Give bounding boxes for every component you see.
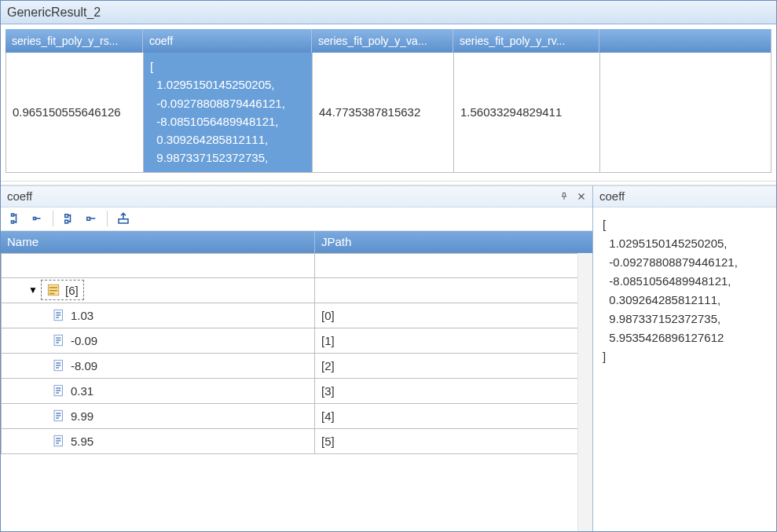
- col-coeff[interactable]: coeff: [143, 29, 312, 53]
- tree-item-row[interactable]: 5.95[5]: [1, 429, 592, 454]
- collapse-all-icon[interactable]: [29, 211, 45, 226]
- tree-item-value: 1.03: [71, 309, 93, 322]
- result-grid-header: series_fit_poly_y_rs... coeff series_fit…: [5, 29, 772, 53]
- expand-toggle-icon[interactable]: ▼: [28, 284, 38, 295]
- tree-header-jpath[interactable]: JPath: [315, 231, 592, 253]
- toolbar-separator-2: [107, 211, 108, 226]
- cell-empty: [600, 53, 771, 172]
- col-series-fit-va[interactable]: series_fit_poly_y_va...: [312, 29, 453, 53]
- cell-coeff-text: [ 1.0295150145250205, -0.092788088794461…: [150, 57, 285, 167]
- tree-root-label: [6]: [65, 284, 79, 297]
- right-panel-title: coeff: [599, 189, 625, 203]
- pin-icon[interactable]: [558, 190, 570, 203]
- tree-item-row[interactable]: -0.09[1]: [1, 328, 592, 354]
- tree-item-value: 0.31: [71, 384, 93, 398]
- cell-va-value[interactable]: 44.7735387815632: [313, 53, 454, 172]
- export-icon[interactable]: [115, 211, 131, 226]
- detail-raw-text[interactable]: [ 1.0295150145250205, -0.092788088794461…: [593, 207, 776, 532]
- tree-item-jpath: [0]: [321, 309, 335, 322]
- tree-item-row[interactable]: 9.99[4]: [1, 404, 592, 429]
- cell-rs-value[interactable]: 0.965150555646126: [6, 53, 144, 172]
- toolbar-separator: [53, 211, 53, 226]
- tree-item-jpath: [5]: [321, 435, 335, 448]
- col-series-fit-rv[interactable]: series_fit_poly_y_rv...: [453, 29, 599, 53]
- tree-header-name[interactable]: Name: [1, 231, 315, 253]
- tree-item-jpath: [1]: [321, 334, 335, 347]
- tree-item-row[interactable]: -8.09[2]: [1, 354, 592, 379]
- expand-all-icon[interactable]: [7, 211, 23, 226]
- cell-coeff-selected[interactable]: [ 1.0295150145250205, -0.092788088794461…: [144, 53, 313, 172]
- expand-node-icon[interactable]: [61, 211, 77, 226]
- tree-item-jpath: [2]: [321, 359, 335, 372]
- tree-root-row[interactable]: ▼[6]: [1, 278, 592, 303]
- tree-item-value: 9.99: [71, 409, 93, 423]
- cell-rv-value[interactable]: 1.56033294829411: [454, 53, 600, 172]
- collapse-node-icon[interactable]: [83, 211, 99, 226]
- tree-toolbar: [1, 207, 592, 231]
- tree-item-value: -0.09: [71, 334, 97, 347]
- top-panel-title: GenericResult_2: [1, 1, 776, 24]
- svg-rect-0: [119, 219, 128, 223]
- close-icon[interactable]: [575, 190, 588, 203]
- tree-item-value: 5.95: [71, 435, 93, 448]
- tree-item-jpath: [4]: [321, 409, 335, 423]
- col-series-fit-rs[interactable]: series_fit_poly_y_rs...: [5, 29, 143, 53]
- result-grid-row[interactable]: 0.965150555646126 [ 1.0295150145250205, …: [5, 53, 772, 173]
- tree-item-value: -8.09: [71, 359, 97, 372]
- tree-item-jpath: [3]: [321, 384, 335, 398]
- tree-blank-row: [1, 253, 592, 278]
- tree-item-row[interactable]: 1.03[0]: [1, 303, 592, 328]
- left-panel-title: coeff: [7, 189, 32, 203]
- col-empty: [599, 29, 772, 53]
- tree-item-row[interactable]: 0.31[3]: [1, 379, 592, 404]
